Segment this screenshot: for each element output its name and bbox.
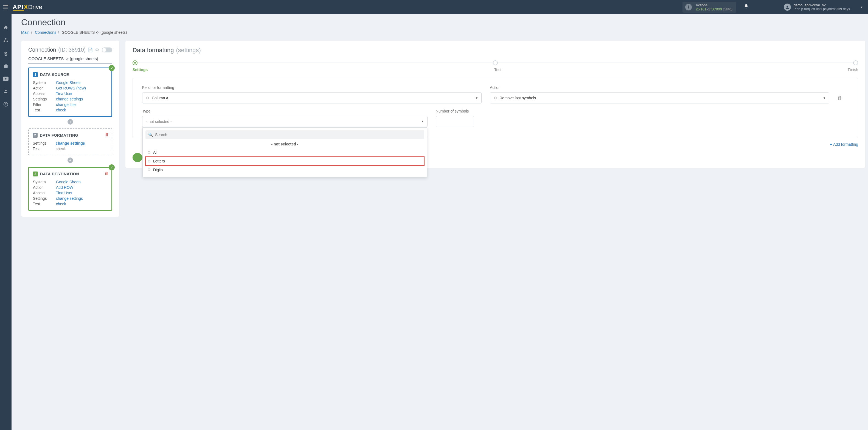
- copy-icon[interactable]: 📄: [88, 48, 93, 53]
- search-icon: 🔍: [148, 132, 153, 137]
- topbar: APIXDrive i Actions: 25'161 of 50'000 (5…: [0, 0, 868, 14]
- svg-text:?: ?: [5, 103, 7, 106]
- kv-key: Test: [33, 202, 56, 206]
- logo-api: API: [12, 4, 24, 11]
- kv-key: Action: [33, 86, 56, 90]
- kv-value[interactable]: check: [56, 147, 66, 151]
- kv-value[interactable]: Google Sheets: [56, 180, 82, 184]
- svg-rect-4: [4, 65, 8, 68]
- sitemap-icon[interactable]: [3, 38, 8, 44]
- kv-value[interactable]: Google Sheets: [56, 81, 82, 85]
- step-label-test: Test: [494, 67, 501, 72]
- logo-x: X: [24, 4, 28, 11]
- kv-value[interactable]: check: [56, 202, 66, 206]
- formatting-panel: Data formatting (settings) Settings Test…: [125, 41, 865, 168]
- breadcrumb-current: GOOGLE SHEETS -> (google sheets): [62, 30, 127, 35]
- numsym-input[interactable]: [436, 116, 474, 127]
- kv-value[interactable]: change settings: [56, 141, 85, 146]
- step-test[interactable]: [493, 60, 498, 65]
- svg-point-0: [786, 5, 788, 7]
- kv-value[interactable]: change settings: [56, 196, 83, 201]
- kv-value[interactable]: Tina User: [56, 191, 72, 195]
- kv-key: Settings: [33, 196, 56, 201]
- avatar-icon: [784, 4, 791, 11]
- dropdown-header: - not selected -: [146, 139, 424, 148]
- briefcase-icon[interactable]: [3, 64, 8, 70]
- breadcrumb-main[interactable]: Main: [21, 30, 29, 35]
- menu-toggle[interactable]: [2, 3, 9, 11]
- kv-key: System: [33, 81, 56, 85]
- check-icon: ✓: [109, 164, 115, 171]
- kv-key: Test: [33, 147, 56, 151]
- kv-key: Access: [33, 91, 56, 96]
- connection-subtitle: GOOGLE SHEETS -> (google sheets): [28, 56, 112, 64]
- kv-key: Action: [33, 185, 56, 190]
- check-icon: ✓: [109, 65, 115, 71]
- kv-value[interactable]: check: [56, 108, 66, 112]
- delete-rule-icon[interactable]: 🗑: [838, 95, 848, 101]
- add-block-button-2[interactable]: +: [67, 157, 73, 163]
- user-icon[interactable]: [3, 89, 8, 95]
- kv-key: System: [33, 180, 56, 184]
- svg-rect-2: [4, 41, 5, 42]
- kv-value[interactable]: Get ROWS (new): [56, 86, 86, 90]
- continue-button[interactable]: [132, 153, 143, 162]
- step-label-settings: Settings: [132, 67, 148, 72]
- action-select[interactable]: Remove last symbols▾: [490, 92, 829, 103]
- field-label: Field for formatting: [142, 85, 482, 90]
- youtube-icon[interactable]: [3, 76, 8, 82]
- question-icon[interactable]: ?: [3, 102, 8, 108]
- info-icon: i: [685, 4, 692, 10]
- dropdown-search[interactable]: 🔍: [146, 130, 424, 139]
- step-finish[interactable]: [853, 60, 858, 65]
- step-label-finish: Finish: [848, 67, 858, 72]
- trash-icon[interactable]: 🗑: [105, 132, 109, 137]
- chevron-down-icon: ▾: [824, 96, 825, 100]
- data-formatting-block[interactable]: 🗑 2DATA FORMATTING Settingschange settin…: [28, 128, 112, 155]
- kv-value[interactable]: Add ROW: [56, 185, 73, 190]
- connection-id: (ID: 38910): [58, 47, 86, 53]
- search-input[interactable]: [155, 132, 422, 137]
- kv-value[interactable]: Tina User: [56, 91, 72, 96]
- trash-icon[interactable]: 🗑: [104, 171, 109, 176]
- gear-icon[interactable]: ⚙: [95, 48, 99, 53]
- actions-counter[interactable]: i Actions: 25'161 of 50'000 (50%): [682, 2, 736, 12]
- add-block-button[interactable]: +: [67, 119, 73, 125]
- logo-drive: Drive: [28, 4, 42, 11]
- kv-value[interactable]: change settings: [56, 97, 83, 101]
- breadcrumb-connections[interactable]: Connections: [35, 30, 56, 35]
- field-select[interactable]: Column A▾: [142, 92, 482, 103]
- user-menu[interactable]: demo_apix-drive_s2 Plan |Start| left unt…: [784, 3, 863, 11]
- data-source-block[interactable]: ✓ 1DATA SOURCE SystemGoogle SheetsAction…: [28, 67, 112, 117]
- kv-key: Test: [33, 108, 56, 112]
- type-option-digits[interactable]: Digits: [146, 165, 424, 174]
- logo[interactable]: APIXDrive: [12, 4, 42, 11]
- panel-subtitle: (settings): [176, 47, 200, 54]
- type-select[interactable]: - not selected -▾ 🔍 - not selected - All…: [142, 116, 428, 127]
- enable-toggle[interactable]: [102, 48, 112, 53]
- type-label: Type: [142, 109, 428, 113]
- numsym-label: Number of symbols: [436, 109, 474, 113]
- svg-rect-3: [7, 41, 8, 42]
- dollar-icon[interactable]: $: [4, 51, 7, 57]
- kv-value[interactable]: change filter: [56, 102, 77, 107]
- connection-card: Connection (ID: 38910) 📄 ⚙ GOOGLE SHEETS…: [21, 41, 119, 217]
- notifications-icon[interactable]: [744, 4, 749, 10]
- svg-rect-1: [5, 38, 7, 39]
- connection-title: Connection: [28, 47, 56, 53]
- sidebar: $ ?: [0, 14, 11, 430]
- chevron-up-icon: ▾: [422, 120, 424, 123]
- home-icon[interactable]: [3, 25, 8, 31]
- kv-key: Settings: [33, 141, 56, 146]
- type-option-all[interactable]: All: [146, 148, 424, 157]
- breadcrumb: Main/ Connections/ GOOGLE SHEETS -> (goo…: [21, 30, 865, 35]
- user-plan: Plan |Start| left until payment 359 days: [794, 7, 850, 11]
- kv-key: Filter: [33, 102, 56, 107]
- data-destination-block[interactable]: ✓ 🗑 3DATA DESTINATION SystemGoogle Sheet…: [28, 167, 112, 211]
- type-option-letters[interactable]: Letters: [146, 157, 424, 165]
- action-label: Action: [490, 85, 829, 90]
- page-title: Connection: [21, 17, 865, 27]
- user-name: demo_apix-drive_s2: [794, 3, 850, 7]
- actions-label: Actions:: [696, 3, 733, 7]
- step-settings[interactable]: [132, 60, 137, 65]
